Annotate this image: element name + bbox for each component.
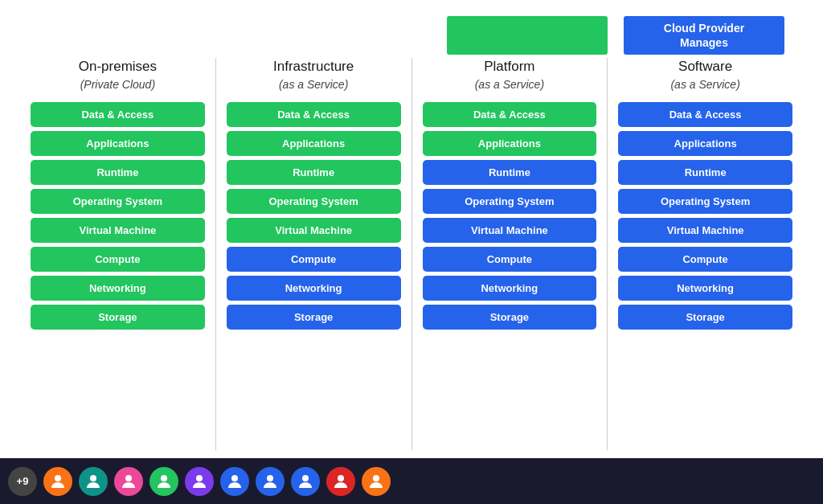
svg-point-2 bbox=[125, 475, 132, 481]
cell-paas-7: Storage bbox=[423, 305, 597, 330]
svg-point-9 bbox=[373, 475, 379, 481]
svg-point-0 bbox=[55, 475, 61, 481]
column-iaas: Infrastructure(as a Service)Data & Acces… bbox=[220, 58, 407, 450]
cell-saas-4: Virtual Machine bbox=[618, 218, 792, 243]
cell-saas-6: Networking bbox=[618, 276, 792, 301]
cell-iaas-4: Virtual Machine bbox=[227, 218, 401, 243]
svg-point-3 bbox=[161, 475, 167, 481]
cell-on_premises-0: Data & Access bbox=[31, 102, 205, 127]
column-paas: Platform(as a Service)Data & AccessAppli… bbox=[416, 58, 604, 450]
svg-point-8 bbox=[338, 475, 344, 481]
cell-saas-7: Storage bbox=[618, 305, 792, 330]
avatar-av2[interactable] bbox=[79, 467, 108, 496]
avatar-av7[interactable] bbox=[256, 467, 285, 496]
column-title-on_premises: On-premises(Private Cloud) bbox=[79, 58, 157, 93]
column-divider-3 bbox=[607, 58, 608, 450]
avatar-av1[interactable] bbox=[43, 467, 72, 496]
svg-point-1 bbox=[90, 475, 96, 481]
cloud-provider-label: Cloud ProviderManages bbox=[624, 16, 784, 55]
columns-wrapper: On-premises(Private Cloud)Data & AccessA… bbox=[24, 58, 799, 450]
avatar-av3[interactable] bbox=[114, 467, 143, 496]
column-title-iaas: Infrastructure(as a Service) bbox=[273, 58, 354, 93]
cell-iaas-6: Networking bbox=[227, 276, 401, 301]
cell-iaas-3: Operating System bbox=[227, 189, 401, 214]
column-on_premises: On-premises(Private Cloud)Data & AccessA… bbox=[24, 58, 211, 450]
column-saas: Software(as a Service)Data & AccessAppli… bbox=[612, 58, 799, 450]
cell-on_premises-6: Networking bbox=[31, 276, 205, 301]
cell-on_premises-2: Runtime bbox=[31, 160, 205, 185]
cell-saas-3: Operating System bbox=[618, 189, 792, 214]
cell-on_premises-7: Storage bbox=[31, 305, 205, 330]
cell-saas-5: Compute bbox=[618, 247, 792, 272]
you-manage-label bbox=[447, 16, 608, 55]
cell-paas-1: Applications bbox=[423, 131, 597, 156]
header-labels: Cloud ProviderManages bbox=[447, 16, 792, 55]
avatar-av5[interactable] bbox=[185, 467, 214, 496]
cell-paas-0: Data & Access bbox=[423, 102, 597, 127]
cell-on_premises-1: Applications bbox=[31, 131, 205, 156]
cell-iaas-5: Compute bbox=[227, 247, 401, 272]
svg-point-6 bbox=[267, 475, 273, 481]
column-divider-1 bbox=[215, 58, 216, 450]
avatar-av4[interactable] bbox=[149, 467, 178, 496]
cell-iaas-1: Applications bbox=[227, 131, 401, 156]
cell-saas-1: Applications bbox=[618, 131, 792, 156]
cell-on_premises-5: Compute bbox=[31, 247, 205, 272]
cell-paas-5: Compute bbox=[423, 247, 597, 272]
cell-iaas-7: Storage bbox=[227, 305, 401, 330]
cell-on_premises-3: Operating System bbox=[31, 189, 205, 214]
column-title-paas: Platform(as a Service) bbox=[475, 58, 544, 93]
cell-paas-6: Networking bbox=[423, 276, 597, 301]
avatar-av8[interactable] bbox=[291, 467, 320, 496]
avatar-av10[interactable] bbox=[362, 467, 391, 496]
column-title-saas: Software(as a Service) bbox=[670, 58, 739, 93]
top-header-row: Cloud ProviderManages bbox=[24, 16, 799, 55]
bottom-bar: +9 bbox=[0, 458, 823, 504]
cell-iaas-0: Data & Access bbox=[227, 102, 401, 127]
cell-on_premises-4: Virtual Machine bbox=[31, 218, 205, 243]
cell-paas-2: Runtime bbox=[423, 160, 597, 185]
svg-point-5 bbox=[231, 475, 238, 481]
cell-paas-3: Operating System bbox=[423, 189, 597, 214]
participant-count: +9 bbox=[8, 467, 37, 496]
avatar-av9[interactable] bbox=[326, 467, 355, 496]
cell-saas-2: Runtime bbox=[618, 160, 792, 185]
column-divider-2 bbox=[412, 58, 412, 450]
svg-point-7 bbox=[302, 475, 309, 481]
cell-saas-0: Data & Access bbox=[618, 102, 792, 127]
svg-point-4 bbox=[196, 475, 203, 481]
main-content: Cloud ProviderManages On-premises(Privat… bbox=[0, 0, 823, 458]
cell-iaas-2: Runtime bbox=[227, 160, 401, 185]
avatar-av6[interactable] bbox=[220, 467, 249, 496]
cell-paas-4: Virtual Machine bbox=[423, 218, 597, 243]
